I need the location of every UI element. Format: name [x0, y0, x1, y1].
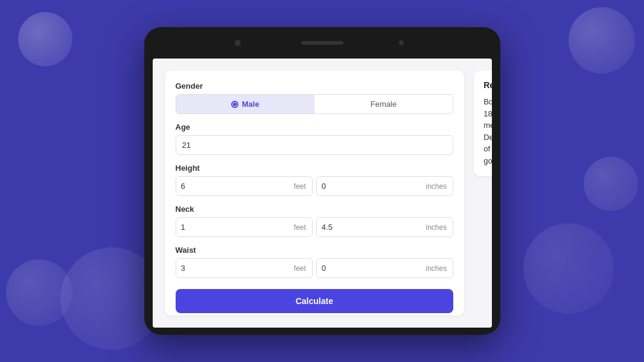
height-measurement-row: feet inches — [176, 176, 454, 196]
height-feet-group: feet — [176, 176, 313, 196]
form-panel: Gender Male Female Age — [165, 71, 465, 316]
waist-label: Waist — [176, 246, 454, 255]
height-feet-input[interactable] — [176, 177, 292, 195]
neck-feet-input[interactable] — [176, 218, 292, 237]
age-input[interactable] — [176, 135, 454, 155]
gender-label: Gender — [176, 81, 454, 91]
neck-label: Neck — [176, 205, 454, 214]
tablet-screen: Gender Male Female Age — [153, 59, 492, 328]
height-field-group: Height feet inches — [176, 164, 454, 196]
height-feet-unit: feet — [292, 177, 312, 195]
result-text: Body Fat = 18% You meet the Department o… — [483, 96, 491, 167]
height-inches-group: inches — [316, 176, 453, 196]
neck-inches-input[interactable] — [317, 218, 424, 237]
waist-feet-input[interactable] — [176, 259, 292, 278]
result-title: Result: — [483, 80, 491, 90]
tablet-camera — [235, 40, 241, 46]
tablet-top-bar — [144, 27, 500, 59]
gender-female-option[interactable]: Female — [314, 95, 453, 113]
tablet-dot — [399, 40, 404, 45]
neck-inches-group: inches — [316, 217, 453, 237]
bg-decoration-5 — [6, 259, 72, 326]
waist-field-group: Waist feet inches — [176, 246, 454, 278]
gender-male-option[interactable]: Male — [176, 95, 314, 113]
tablet-speaker — [301, 41, 343, 45]
neck-measurement-row: feet inches — [176, 217, 454, 237]
waist-inches-input[interactable] — [317, 259, 424, 278]
neck-field-group: Neck feet inches — [176, 205, 454, 237]
gender-toggle: Male Female — [176, 94, 454, 114]
gender-field-group: Gender Male Female — [176, 81, 454, 114]
female-label: Female — [371, 100, 397, 109]
neck-feet-group: feet — [176, 217, 313, 237]
male-radio-dot-inner — [233, 103, 237, 106]
age-label: Age — [176, 122, 454, 132]
waist-feet-unit: feet — [292, 259, 312, 278]
waist-measurement-row: feet inches — [176, 258, 454, 278]
bg-decoration-1 — [18, 12, 72, 66]
neck-feet-unit: feet — [292, 218, 312, 237]
height-inches-unit: inches — [424, 177, 453, 195]
result-panel: Result: Body Fat = 18% You meet the Depa… — [474, 71, 491, 176]
calculate-button[interactable]: Calculate — [176, 289, 454, 313]
male-label: Male — [242, 100, 260, 109]
height-label: Height — [176, 164, 454, 173]
waist-inches-unit: inches — [424, 259, 453, 278]
male-radio-dot — [231, 101, 238, 108]
bg-decoration-6 — [523, 223, 614, 314]
waist-feet-group: feet — [176, 258, 313, 278]
bg-decoration-3 — [569, 7, 635, 74]
neck-inches-unit: inches — [424, 218, 453, 237]
bg-decoration-7 — [584, 157, 638, 211]
age-field-group: Age — [176, 122, 454, 155]
tablet-frame: Gender Male Female Age — [144, 27, 500, 335]
height-inches-input[interactable] — [317, 177, 424, 195]
waist-inches-group: inches — [316, 258, 453, 278]
